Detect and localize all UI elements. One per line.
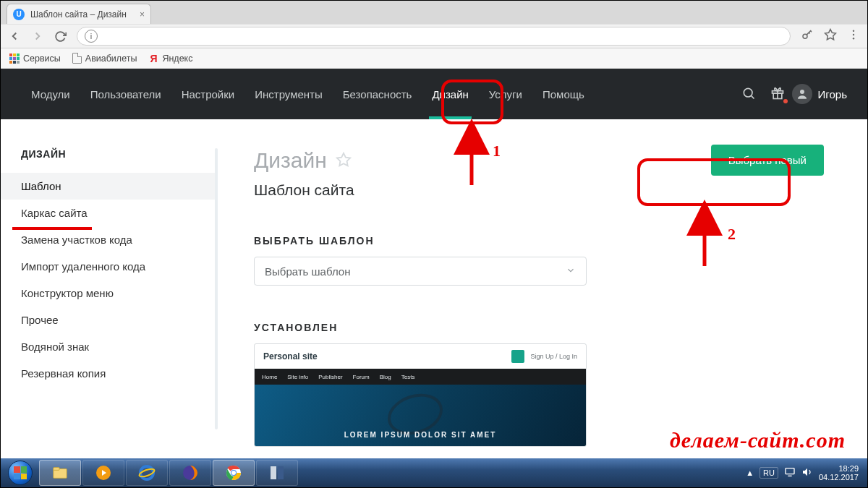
nav-item-5[interactable]: Дизайн <box>422 69 478 119</box>
page-subtitle: Шаблон сайта <box>254 181 831 199</box>
svg-marker-38 <box>803 468 807 476</box>
template-hero: LOREM IPSUM DOLOR SIT AMET <box>255 385 586 446</box>
nav-item-3[interactable]: Инструменты <box>244 69 333 119</box>
nav-item-6[interactable]: Услуги <box>479 69 532 119</box>
yandex-label: Яндекс <box>162 53 192 64</box>
annotation-label-1: 1 <box>493 142 501 160</box>
annotation-label-2: 2 <box>728 225 736 244</box>
sidebar-item-3[interactable]: Импорт удаленного кода <box>1 253 218 280</box>
sidebar-title: ДИЗАЙН <box>1 148 218 173</box>
tabs-row: U Шаблон сайта – Дизайн × <box>1 1 867 24</box>
template-preview[interactable]: Personal site Sign Up / Log In HomeSite … <box>254 343 587 447</box>
main-content: Дизайн Шаблон сайта Выбрать новый ВЫБРАТ… <box>218 119 867 458</box>
template-header: Personal site Sign Up / Log In <box>255 344 586 369</box>
apps-bookmark[interactable]: Сервисы <box>9 53 61 64</box>
template-menu-item: Forum <box>353 374 370 380</box>
taskbar-chrome[interactable] <box>213 460 255 486</box>
page-title: Дизайн <box>254 148 327 173</box>
annotation-arrow-1 <box>461 131 482 192</box>
language-indicator[interactable]: RU <box>760 467 778 479</box>
template-menu-item: Home <box>262 374 277 380</box>
address-bar-row: i <box>1 24 867 48</box>
nav-item-7[interactable]: Помощь <box>532 69 595 119</box>
svg-rect-36 <box>786 468 794 474</box>
sidebar-item-5[interactable]: Прочее <box>1 307 218 333</box>
nav-item-2[interactable]: Настройки <box>171 69 245 119</box>
nav-item-4[interactable]: Безопасность <box>333 69 422 119</box>
tray-volume-icon[interactable] <box>801 466 813 479</box>
sidebar-item-4[interactable]: Конструктор меню <box>1 280 218 307</box>
sidebar-item-6[interactable]: Водяной знак <box>1 333 218 360</box>
installed-heading: УСТАНОВЛЕН <box>254 322 831 333</box>
tab-title: Шаблон сайта – Дизайн <box>30 9 127 20</box>
address-actions <box>801 28 860 44</box>
key-icon[interactable] <box>801 28 814 44</box>
forward-icon[interactable] <box>31 30 44 43</box>
menu-dots-icon[interactable] <box>847 28 860 44</box>
svg-line-8 <box>811 31 812 33</box>
svg-line-9 <box>809 33 810 34</box>
template-select[interactable]: Выбрать шаблон <box>254 257 587 286</box>
svg-rect-24 <box>54 468 59 471</box>
tab-close-icon[interactable]: × <box>140 9 145 20</box>
taskbar: ▲ RU 18:29 04.12.2017 <box>1 458 867 487</box>
select-placeholder: Выбрать шаблон <box>265 265 350 278</box>
annotation-arrow-2 <box>694 212 715 273</box>
tray-monitor-icon[interactable] <box>784 466 796 479</box>
svg-point-11 <box>853 30 854 32</box>
sidebar-item-1[interactable]: Каркас сайта <box>1 200 218 226</box>
file-icon <box>72 53 82 64</box>
bookmarks-bar: Сервисы Авиабилеты Я Яндекс <box>1 48 867 69</box>
yandex-icon: Я <box>148 53 158 64</box>
back-icon[interactable] <box>8 30 21 43</box>
installed-section: УСТАНОВЛЕН Personal site Sign Up / Log I… <box>254 322 831 447</box>
nav-item-0[interactable]: Модули <box>21 69 80 119</box>
template-name: Personal site <box>263 351 318 361</box>
search-icon[interactable] <box>734 86 763 103</box>
svg-rect-35 <box>278 466 284 479</box>
browser-chrome: U Шаблон сайта – Дизайн × i Сервисы <box>1 1 867 69</box>
nav-item-1[interactable]: Пользователи <box>80 69 171 119</box>
page-body: ДИЗАЙН ШаблонКаркас сайтаЗамена участков… <box>1 119 867 458</box>
sidebar-item-7[interactable]: Резервная копия <box>1 360 218 387</box>
username: Игорь <box>818 88 847 100</box>
taskbar-media-player[interactable] <box>82 460 124 486</box>
taskbar-firefox[interactable] <box>169 460 211 486</box>
user-menu[interactable]: Игорь <box>792 84 847 104</box>
taskbar-ie[interactable] <box>126 460 168 486</box>
site-info-icon[interactable]: i <box>85 30 98 43</box>
start-button[interactable] <box>2 458 38 487</box>
svg-line-15 <box>751 95 754 98</box>
template-search-icon <box>511 350 524 363</box>
apps-label: Сервисы <box>23 53 61 64</box>
sidebar-item-0[interactable]: Шаблон <box>1 173 218 200</box>
yandex-bookmark[interactable]: Я Яндекс <box>148 53 192 64</box>
clock[interactable]: 18:29 04.12.2017 <box>819 464 859 481</box>
svg-point-19 <box>800 90 804 94</box>
taskbar-explorer[interactable] <box>39 460 81 486</box>
reload-icon[interactable] <box>54 30 67 43</box>
sidebar: ДИЗАЙН ШаблонКаркас сайтаЗамена участков… <box>1 119 218 458</box>
choose-new-button[interactable]: Выбрать новый <box>711 145 824 176</box>
template-menu-item: Publisher <box>318 374 342 380</box>
address-bar[interactable]: i <box>77 27 791 46</box>
template-auth: Sign Up / Log In <box>530 353 577 360</box>
tickets-bookmark[interactable]: Авиабилеты <box>72 53 137 64</box>
bookmark-star-icon[interactable] <box>824 28 837 44</box>
system-tray: ▲ RU 18:29 04.12.2017 <box>739 464 866 481</box>
browser-tab[interactable]: U Шаблон сайта – Дизайн × <box>7 4 151 24</box>
sidebar-item-2[interactable]: Замена участков кода <box>1 226 218 253</box>
svg-marker-20 <box>337 153 350 166</box>
gift-icon[interactable] <box>763 86 792 103</box>
tray-chevron-icon[interactable]: ▲ <box>746 468 754 477</box>
avatar-icon <box>792 84 812 104</box>
svg-point-14 <box>744 88 752 97</box>
svg-point-6 <box>803 34 807 38</box>
template-hero-text: LOREM IPSUM DOLOR SIT AMET <box>344 431 497 439</box>
template-menu-item: Tests <box>401 374 415 380</box>
tickets-label: Авиабилеты <box>85 53 137 64</box>
favorite-star-icon[interactable] <box>336 148 352 173</box>
annotation-underline <box>12 227 92 230</box>
svg-marker-10 <box>825 30 836 40</box>
taskbar-app[interactable] <box>256 460 298 486</box>
